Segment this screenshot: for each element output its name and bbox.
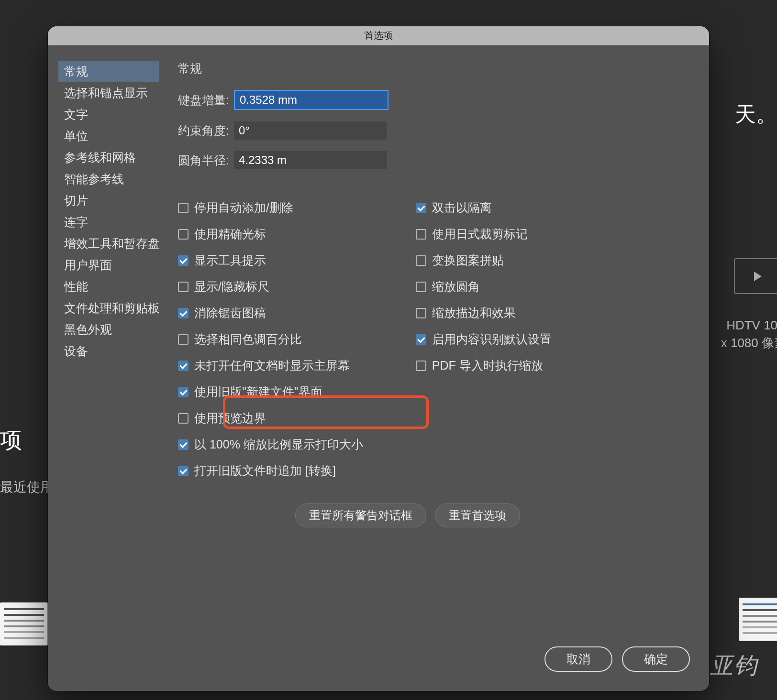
checkbox-label: 未打开任何文档时显示主屏幕 (194, 358, 350, 373)
reset-prefs-button[interactable]: 重置首选项 (435, 503, 520, 527)
sidebar-item-type[interactable]: 文字 (58, 104, 159, 125)
left-check-1[interactable]: 使用精确光标 (178, 226, 363, 242)
cancel-button[interactable]: 取消 (544, 646, 612, 672)
row-corner-radius: 圆角半径: (178, 151, 695, 169)
checkbox-label: 使用精确光标 (194, 226, 266, 242)
left-check-4[interactable]: 消除锯齿图稿 (178, 305, 363, 321)
checkbox-icon[interactable] (416, 334, 426, 345)
label-constrain-angle: 约束角度: (178, 123, 229, 139)
reset-warnings-button[interactable]: 重置所有警告对话框 (295, 503, 426, 527)
bg-left-subheading: 最近使用 (0, 478, 54, 496)
ok-button[interactable]: 确定 (622, 646, 690, 672)
checkbox-zone: 停用自动添加/删除使用精确光标显示工具提示显示/隐藏标尺消除锯齿图稿选择相同色调… (178, 200, 695, 479)
sidebar-item-guides[interactable]: 参考线和网格 (58, 147, 159, 168)
checkbox-label: 消除锯齿图稿 (194, 305, 266, 321)
recent-thumbnail (0, 602, 48, 645)
checkbox-icon[interactable] (178, 361, 189, 371)
checkbox-label: 双击以隔离 (432, 200, 492, 216)
bg-left-heading: 项 (0, 426, 22, 455)
sidebar-item-ui[interactable]: 用户界面 (58, 254, 159, 276)
label-corner-radius: 圆角半径: (178, 153, 229, 168)
dialog-footer: 取消 确定 (48, 646, 709, 691)
preferences-dialog: 首选项 常规 选择和锚点显示 文字 单位 参考线和网格 智能参考线 切片 连字 … (48, 26, 709, 691)
checkbox-icon[interactable] (416, 255, 426, 266)
checkbox-column-left: 停用自动添加/删除使用精确光标显示工具提示显示/隐藏标尺消除锯齿图稿选择相同色调… (178, 200, 363, 479)
row-constrain-angle: 约束角度: (178, 121, 695, 140)
checkbox-label: 以 100% 缩放比例显示打印大小 (194, 437, 363, 452)
right-check-5[interactable]: 启用内容识别默认设置 (416, 331, 552, 347)
right-check-1[interactable]: 使用日式裁剪标记 (416, 226, 552, 242)
checkbox-icon[interactable] (416, 229, 426, 240)
checkbox-icon[interactable] (416, 282, 426, 292)
preferences-sidebar: 常规 选择和锚点显示 文字 单位 参考线和网格 智能参考线 切片 连字 增效工具… (58, 61, 159, 364)
right-check-4[interactable]: 缩放描边和效果 (416, 305, 552, 321)
checkbox-icon[interactable] (178, 466, 189, 476)
dialog-title: 首选项 (48, 26, 709, 45)
checkbox-label: 启用内容识别默认设置 (432, 331, 552, 347)
checkbox-label: 显示/隐藏标尺 (194, 279, 269, 295)
left-check-8[interactable]: 使用预览边界 (178, 410, 363, 426)
checkbox-icon[interactable] (416, 203, 426, 213)
checkbox-icon[interactable] (416, 308, 426, 318)
checkbox-icon[interactable] (178, 387, 189, 397)
right-check-0[interactable]: 双击以隔离 (416, 200, 552, 216)
sidebar-item-black-appearance[interactable]: 黑色外观 (58, 319, 159, 340)
right-check-6[interactable]: PDF 导入时执行缩放 (416, 358, 552, 373)
left-check-0[interactable]: 停用自动添加/删除 (178, 200, 363, 216)
checkbox-label: 显示工具提示 (194, 252, 266, 268)
preset-thumbnail-icon (734, 258, 777, 294)
checkbox-label: 使用预览边界 (194, 410, 266, 426)
checkbox-label: PDF 导入时执行缩放 (432, 358, 543, 373)
checkbox-label: 停用自动添加/删除 (194, 200, 293, 216)
left-check-5[interactable]: 选择相同色调百分比 (178, 331, 363, 347)
left-check-3[interactable]: 显示/隐藏标尺 (178, 279, 363, 295)
checkbox-label: 选择相同色调百分比 (194, 331, 302, 347)
checkbox-icon[interactable] (178, 439, 189, 450)
input-keyboard-increment[interactable] (234, 90, 388, 110)
row-keyboard-increment: 键盘增量: (178, 90, 695, 110)
checkbox-icon[interactable] (178, 334, 189, 345)
checkbox-icon[interactable] (178, 255, 189, 266)
reset-button-row: 重置所有警告对话框 重置首选项 (121, 503, 695, 527)
left-check-2[interactable]: 显示工具提示 (178, 252, 363, 268)
input-corner-radius[interactable] (234, 151, 387, 169)
sidebar-item-file-handling[interactable]: 文件处理和剪贴板 (58, 297, 159, 319)
sidebar-item-hyphenation[interactable]: 连字 (58, 211, 159, 233)
checkbox-label: 使用日式裁剪标记 (432, 226, 528, 242)
input-constrain-angle[interactable] (234, 121, 387, 140)
checkbox-column-right: 双击以隔离使用日式裁剪标记变换图案拼贴缩放圆角缩放描边和效果启用内容识别默认设置… (416, 200, 552, 479)
sidebar-item-devices[interactable]: 设备 (58, 340, 159, 362)
checkbox-icon[interactable] (178, 229, 189, 240)
checkbox-icon[interactable] (178, 203, 189, 213)
left-check-6[interactable]: 未打开任何文档时显示主屏幕 (178, 358, 363, 373)
left-check-9[interactable]: 以 100% 缩放比例显示打印大小 (178, 437, 363, 452)
checkbox-label: 缩放圆角 (432, 279, 480, 295)
recent-thumbnail (739, 598, 777, 641)
sidebar-item-units[interactable]: 单位 (58, 125, 159, 147)
checkbox-label: 打开旧版文件时追加 [转换] (194, 463, 336, 479)
bg-text: 天。 (735, 100, 777, 129)
checkbox-label: 使用旧版"新建文件"界面 (194, 384, 322, 400)
bg-preset-dims: x 1080 像素 (721, 335, 777, 351)
right-check-3[interactable]: 缩放圆角 (416, 279, 552, 295)
checkbox-label: 缩放描边和效果 (432, 305, 516, 321)
content-panel: 常规 键盘增量: 约束角度: 圆角半径: 停用自动添加/删除使用精确光标显示工具… (159, 61, 695, 646)
sidebar-item-plugins[interactable]: 增效工具和暂存盘 (58, 233, 159, 254)
sidebar-item-performance[interactable]: 性能 (58, 276, 159, 297)
bg-preset-title: HDTV 1080 (726, 318, 777, 333)
checkbox-icon[interactable] (178, 308, 189, 318)
left-check-10[interactable]: 打开旧版文件时追加 [转换] (178, 463, 363, 479)
sidebar-item-general[interactable]: 常规 (58, 61, 159, 82)
checkbox-icon[interactable] (178, 282, 189, 292)
checkbox-icon[interactable] (178, 413, 189, 424)
right-check-2[interactable]: 变换图案拼贴 (416, 252, 552, 268)
left-check-7[interactable]: 使用旧版"新建文件"界面 (178, 384, 363, 400)
checkbox-icon[interactable] (416, 361, 426, 371)
label-keyboard-increment: 键盘增量: (178, 92, 229, 108)
sidebar-item-smart-guides[interactable]: 智能参考线 (58, 168, 159, 190)
section-title: 常规 (178, 61, 695, 77)
checkbox-label: 变换图案拼贴 (432, 252, 504, 268)
dialog-body: 常规 选择和锚点显示 文字 单位 参考线和网格 智能参考线 切片 连字 增效工具… (48, 45, 709, 646)
sidebar-item-slices[interactable]: 切片 (58, 190, 159, 211)
sidebar-item-selection[interactable]: 选择和锚点显示 (58, 82, 159, 104)
